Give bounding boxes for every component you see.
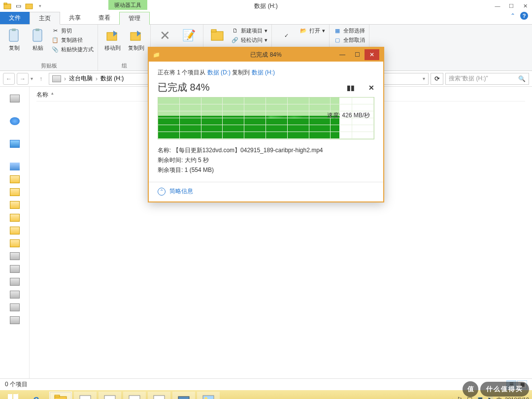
properties-button[interactable]: ✓ (276, 27, 297, 44)
scissors-icon: ✂ (51, 27, 59, 34)
cancel-button[interactable]: ✕ (368, 84, 374, 92)
taskbar-app[interactable] (148, 392, 170, 399)
chevron-icon[interactable]: › (96, 75, 98, 82)
copy-button[interactable]: 复制 (4, 27, 25, 52)
shortcut-icon: 📎 (51, 45, 59, 53)
col-name[interactable]: 名称 (36, 91, 48, 99)
speed-graph: 速度: 426 MB/秒 (158, 97, 374, 139)
tree-drive[interactable] (10, 278, 20, 286)
more-details-toggle[interactable]: ⌃ 简略信息 (158, 187, 374, 196)
new-item-button[interactable]: 🗋新建项目 ▾ (231, 27, 267, 34)
tree-drive[interactable] (10, 265, 20, 273)
paste-button[interactable]: 粘贴 (28, 27, 48, 52)
ie-icon: e (33, 393, 39, 399)
chevron-icon[interactable]: › (64, 75, 66, 82)
tray-flag-icon[interactable]: 🏳 (457, 396, 464, 399)
back-button[interactable]: ← (3, 73, 15, 85)
tree-drive[interactable] (10, 316, 20, 324)
tab-share[interactable]: 共享 (60, 12, 90, 24)
dialog-icon: 📁 (153, 51, 160, 58)
new-folder-button[interactable] (207, 27, 228, 44)
chevron-up-icon: ⌃ (158, 188, 166, 196)
rename-button[interactable]: 📝 (178, 27, 199, 44)
dialog-maximize-button[interactable]: ☐ (350, 49, 365, 60)
copy-source-text: 正在将 1 个项目从 数据 (D:) 复制到 数据 (H:) (158, 68, 374, 77)
taskbar-app[interactable] (99, 392, 121, 399)
select-none-button[interactable]: ▢全部取消 (333, 36, 365, 44)
copy-to-button[interactable]: 复制到 (126, 27, 146, 52)
tab-home[interactable]: 主页 (30, 12, 60, 25)
dialog-minimize-button[interactable]: ― (335, 49, 350, 60)
pause-button[interactable]: ▮▮ (347, 84, 355, 92)
dest-link[interactable]: 数据 (H:) (252, 69, 275, 76)
tree-drive[interactable] (10, 95, 20, 102)
tray-date[interactable]: 2018/8/19 (505, 397, 529, 399)
crumb-this-pc[interactable]: 这台电脑 (69, 74, 93, 83)
search-icon[interactable]: 🔍 (518, 75, 526, 82)
progress-percent: 已完成 84% (158, 81, 210, 94)
taskbar-diskinfo[interactable] (172, 392, 195, 399)
tab-file[interactable]: 文件 (0, 12, 30, 24)
paste-shortcut-button[interactable]: 📎粘贴快捷方式 (51, 45, 94, 53)
address-dropdown-icon[interactable]: ▾ (423, 76, 425, 81)
tree-folder[interactable] (10, 239, 20, 247)
view-details-button[interactable]: ☰ (506, 380, 516, 389)
tab-manage[interactable]: 管理 (119, 12, 150, 25)
taskbar-image[interactable] (197, 392, 220, 399)
speed-label: 速度: 426 MB/秒 (327, 111, 370, 120)
tab-view[interactable]: 查看 (90, 12, 119, 24)
forward-button[interactable]: → (17, 73, 29, 85)
move-to-button[interactable]: 移动到 (102, 27, 123, 52)
taskbar-app[interactable] (123, 392, 146, 399)
open-button[interactable]: 📂打开 ▾ (299, 27, 325, 34)
start-button[interactable] (2, 390, 24, 399)
properties-icon: ✓ (278, 28, 294, 43)
select-all-button[interactable]: ▦全部选择 (333, 27, 365, 34)
delete-button[interactable]: ✕ (155, 27, 175, 44)
refresh-button[interactable]: ⟳ (431, 73, 443, 85)
tree-thispc[interactable] (10, 163, 20, 170)
tray-shield-icon[interactable]: 🛡 (467, 396, 474, 399)
cut-button[interactable]: ✂剪切 (51, 27, 94, 34)
copy-path-button[interactable]: 📋复制路径 (51, 36, 94, 44)
maximize-button[interactable]: ☐ (504, 0, 518, 11)
qat-newfolder-icon[interactable] (25, 1, 33, 10)
taskbar-ie[interactable]: e (25, 392, 47, 399)
tray-up-icon[interactable]: ▴ (451, 397, 454, 399)
source-link[interactable]: 数据 (D:) (207, 69, 231, 76)
tree-folder[interactable] (10, 175, 20, 183)
minimize-button[interactable]: ― (491, 0, 504, 11)
easy-access-button[interactable]: 🔗轻松访问 ▾ (231, 36, 267, 44)
tree-onedrive[interactable] (10, 117, 20, 125)
context-tab-label[interactable]: 驱动器工具 (108, 0, 147, 10)
navigation-pane[interactable] (0, 87, 30, 378)
system-tray[interactable]: ▴ 🏳 🛡 💻 🔊 中 2018/8/19 (451, 396, 529, 399)
tree-drive[interactable] (10, 291, 20, 299)
taskbar-app[interactable] (74, 392, 97, 399)
ribbon-collapse-icon[interactable]: ⌃ (510, 12, 515, 19)
svg-rect-15 (129, 396, 140, 399)
search-input[interactable]: 搜索"数据 (H:)" 🔍 (445, 73, 529, 85)
tree-network[interactable] (10, 140, 20, 148)
crumb-location[interactable]: 数据 (H:) (100, 74, 124, 83)
close-button[interactable]: ✕ (518, 0, 532, 11)
qat-properties-icon[interactable]: ▭ (14, 1, 23, 10)
taskbar-explorer[interactable] (49, 392, 72, 399)
up-button[interactable]: ↑ (35, 73, 47, 85)
svg-rect-9 (211, 32, 223, 40)
tree-folder[interactable] (10, 188, 20, 196)
view-icons-button[interactable]: ▦ (517, 380, 527, 389)
tree-drive[interactable] (10, 252, 20, 260)
tree-folder[interactable] (10, 214, 20, 222)
tray-volume-icon[interactable]: 🔊 (487, 396, 494, 399)
tree-drive[interactable] (10, 303, 20, 311)
help-icon[interactable]: ? (520, 12, 528, 20)
history-dropdown[interactable]: ▾ (31, 76, 33, 81)
dialog-titlebar[interactable]: 📁 已完成 84% ― ☐ ✕ (149, 48, 383, 62)
tree-folder[interactable] (10, 227, 20, 234)
dialog-close-button[interactable]: ✕ (365, 49, 379, 60)
qat-dropdown-icon[interactable]: ▾ (35, 1, 44, 10)
tray-ime[interactable]: 中 (497, 396, 502, 399)
tray-network-icon[interactable]: 💻 (477, 396, 484, 399)
tree-folder[interactable] (10, 201, 20, 209)
